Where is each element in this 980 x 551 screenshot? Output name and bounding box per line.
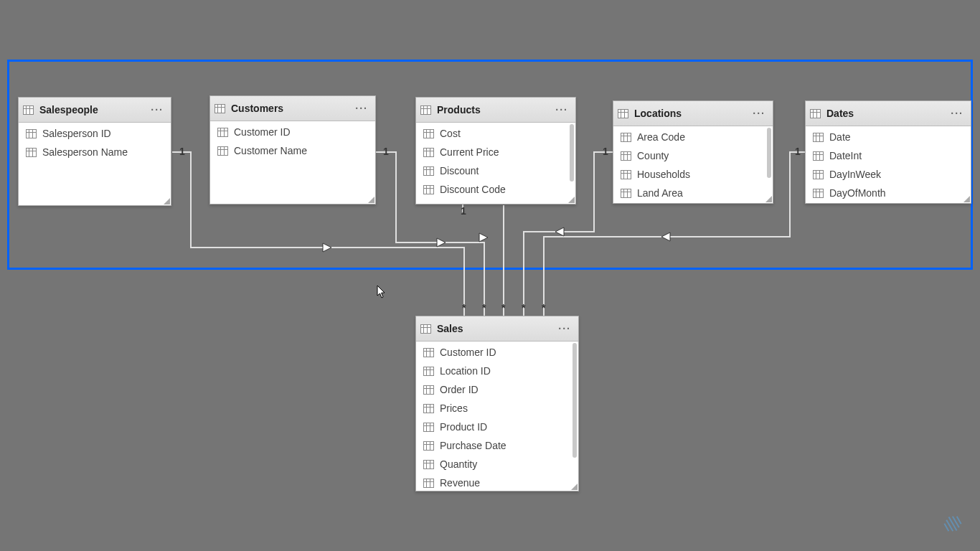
field-label: County <box>637 150 669 161</box>
field-row[interactable]: Order ID <box>416 380 578 399</box>
scrollbar[interactable] <box>573 343 577 458</box>
table-icon <box>420 105 431 115</box>
field-label: Purchase Date <box>440 440 507 451</box>
field-label: DateInt <box>829 150 862 161</box>
field-row[interactable]: Discount <box>416 161 575 180</box>
mouse-cursor <box>377 285 387 299</box>
table-sales[interactable]: Sales ··· Customer ID Location ID Order … <box>415 316 579 491</box>
field-row[interactable]: Customer ID <box>210 123 375 141</box>
svg-line-5 <box>944 524 948 531</box>
table-header[interactable]: Sales ··· <box>416 316 578 342</box>
field-label: Area Code <box>637 131 685 143</box>
more-options-icon[interactable]: ··· <box>148 104 166 116</box>
field-row[interactable]: Current Price <box>416 143 575 161</box>
table-header[interactable]: Locations ··· <box>613 101 773 126</box>
field-row[interactable]: DateInt <box>806 146 971 165</box>
column-icon <box>423 479 434 488</box>
scrollbar[interactable] <box>570 124 574 182</box>
scrollbar[interactable] <box>767 128 771 178</box>
field-row[interactable]: Location ID <box>416 362 578 380</box>
field-row[interactable]: County <box>613 146 773 165</box>
field-row[interactable]: Salesperson ID <box>19 124 171 143</box>
table-icon <box>23 105 34 115</box>
table-salespeople[interactable]: Salespeople ··· Salesperson ID Salespers… <box>18 97 171 206</box>
cardinality-many: * <box>482 302 486 314</box>
more-options-icon[interactable]: ··· <box>555 323 574 334</box>
table-title: Dates <box>826 108 948 119</box>
column-icon <box>621 170 631 179</box>
field-label: Revenue <box>440 477 480 489</box>
field-row[interactable]: Revenue <box>416 474 578 491</box>
column-icon <box>217 146 228 156</box>
field-row[interactable]: Land Area <box>613 184 773 202</box>
resize-handle[interactable] <box>570 483 578 490</box>
field-row[interactable]: DayInWeek <box>806 165 971 184</box>
table-body: Salesperson ID Salesperson Name <box>19 123 171 206</box>
column-icon <box>621 151 631 161</box>
field-label: Land Area <box>637 187 683 199</box>
column-icon <box>813 189 824 198</box>
field-row[interactable]: Customer Name <box>210 141 375 160</box>
field-label: DayInWeek <box>829 169 881 180</box>
table-icon <box>420 324 431 334</box>
more-options-icon[interactable]: ··· <box>552 104 571 116</box>
resize-handle[interactable] <box>367 196 374 203</box>
resize-handle[interactable] <box>963 195 970 202</box>
table-icon <box>810 109 821 118</box>
table-body: Cost Current Price Discount Discount Cod… <box>416 123 575 204</box>
table-body: Customer ID Location ID Order ID Prices … <box>416 342 578 491</box>
table-header[interactable]: Salespeople ··· <box>19 98 171 123</box>
field-row[interactable]: Discount Code <box>416 180 575 199</box>
table-customers[interactable]: Customers ··· Customer ID Customer Name <box>209 95 376 204</box>
more-options-icon[interactable]: ··· <box>750 108 768 119</box>
resize-handle[interactable] <box>567 196 575 203</box>
field-row[interactable]: Customer ID <box>416 343 578 362</box>
table-header[interactable]: Dates ··· <box>806 101 971 126</box>
field-row[interactable]: Date <box>806 128 971 146</box>
table-header[interactable]: Products ··· <box>416 98 575 123</box>
field-row[interactable]: DayOfMonth <box>806 184 971 202</box>
table-locations[interactable]: Locations ··· Area Code County Household… <box>613 100 773 204</box>
column-icon <box>813 151 824 161</box>
column-icon <box>423 185 434 194</box>
table-title: Customers <box>231 103 352 114</box>
field-row[interactable]: Purchase Date <box>416 436 578 455</box>
field-label: Discount Code <box>440 184 506 195</box>
field-row[interactable]: Cost <box>416 124 575 143</box>
field-label: Households <box>637 169 690 180</box>
field-row[interactable]: Salesperson Name <box>19 143 171 161</box>
field-label: Customer Name <box>234 145 307 156</box>
field-label: Order ID <box>440 384 479 395</box>
column-icon <box>423 385 434 395</box>
resize-handle[interactable] <box>163 197 170 204</box>
field-label: Customer ID <box>440 347 496 358</box>
cardinality-many: * <box>462 302 466 314</box>
table-icon <box>215 104 225 113</box>
column-icon <box>26 129 37 138</box>
diagram-canvas[interactable]: 1 1 1 1 1 * * * * * Salespeople ··· Sale… <box>0 0 980 551</box>
more-options-icon[interactable]: ··· <box>948 108 966 119</box>
table-header[interactable]: Customers ··· <box>210 96 375 121</box>
more-options-icon[interactable]: ··· <box>352 103 371 114</box>
field-label: Salesperson ID <box>42 128 111 139</box>
column-icon <box>423 166 434 176</box>
table-products[interactable]: Products ··· Cost Current Price Discount… <box>415 97 576 204</box>
column-icon <box>217 128 228 137</box>
table-title: Sales <box>437 323 555 334</box>
cardinality-many: * <box>522 302 526 314</box>
field-row[interactable]: Area Code <box>613 128 773 146</box>
field-row[interactable]: Quantity <box>416 455 578 474</box>
watermark-logo <box>941 512 964 535</box>
resize-handle[interactable] <box>765 195 772 202</box>
table-dates[interactable]: Dates ··· Date DateInt DayInWeek DayOfMo… <box>805 100 971 204</box>
field-row[interactable]: Prices <box>416 399 578 418</box>
table-title: Locations <box>634 108 750 119</box>
column-icon <box>423 348 434 357</box>
field-label: Current Price <box>440 146 499 158</box>
column-icon <box>423 441 434 451</box>
field-row[interactable]: Households <box>613 165 773 184</box>
field-label: Location ID <box>440 365 491 377</box>
field-label: Prices <box>440 402 468 414</box>
field-label: DayOfMonth <box>829 187 886 199</box>
field-row[interactable]: Product ID <box>416 418 578 436</box>
